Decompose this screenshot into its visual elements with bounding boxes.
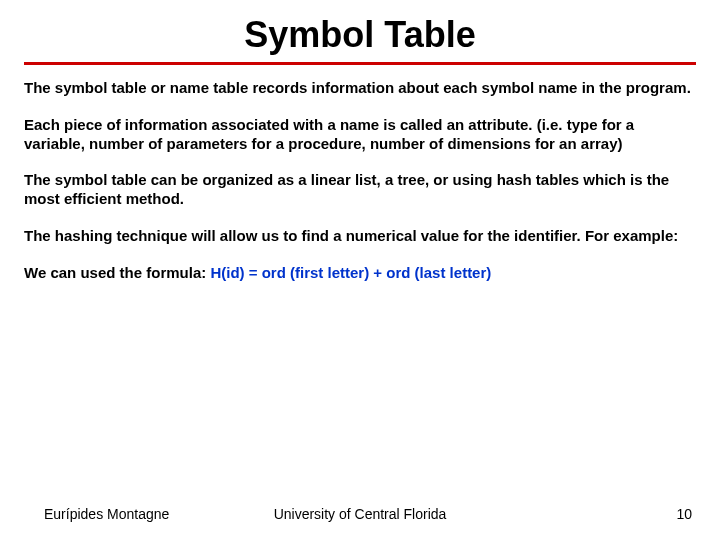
paragraph-5-prefix: We can used the formula: bbox=[24, 264, 210, 281]
footer-author: Eurípides Montagne bbox=[44, 506, 169, 522]
title-section: Symbol Table bbox=[0, 0, 720, 56]
paragraph-5: We can used the formula: H(id) = ord (fi… bbox=[24, 264, 696, 283]
footer-affiliation: University of Central Florida bbox=[274, 506, 447, 522]
paragraph-4: The hashing technique will allow us to f… bbox=[24, 227, 696, 246]
content-area: The symbol table or name table records i… bbox=[0, 65, 720, 282]
paragraph-5-formula: H(id) = ord (first letter) + ord (last l… bbox=[210, 264, 491, 281]
slide-title: Symbol Table bbox=[244, 14, 475, 56]
paragraph-1: The symbol table or name table records i… bbox=[24, 79, 696, 98]
paragraph-3: The symbol table can be organized as a l… bbox=[24, 171, 696, 209]
footer: Eurípides Montagne University of Central… bbox=[0, 506, 720, 522]
footer-page-number: 10 bbox=[676, 506, 692, 522]
paragraph-2: Each piece of information associated wit… bbox=[24, 116, 696, 154]
